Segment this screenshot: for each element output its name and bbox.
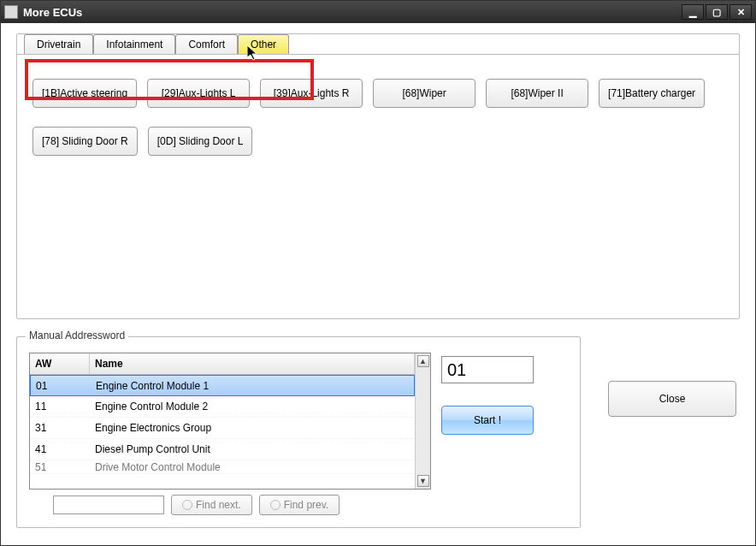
col-name[interactable]: Name — [90, 353, 415, 374]
close-window-button[interactable]: ✕ — [729, 4, 752, 20]
ecu-button[interactable]: [68]Wiper II — [486, 79, 588, 108]
tab-comfort[interactable]: Comfort — [175, 34, 238, 54]
ecu-button[interactable]: [39]Aux-Lights R — [260, 79, 363, 108]
table-row[interactable]: 01 Engine Control Module 1 — [30, 375, 415, 396]
find-prev-icon — [270, 500, 281, 510]
manual-addressword-fieldset: Manual Addressword AW Name 01 — [16, 336, 581, 528]
maximize-button[interactable]: ▢ — [706, 4, 728, 20]
scroll-up-icon[interactable]: ▲ — [417, 355, 429, 367]
tab-body: [1B]Active steering [29]Aux-Lights L [39… — [17, 54, 739, 318]
table-scrollbar[interactable]: ▲ ▼ — [415, 353, 430, 489]
ecu-button[interactable]: [29]Aux-Lights L — [147, 79, 250, 108]
titlebar: More ECUs ▁ ▢ ✕ — [1, 1, 755, 23]
find-next-button[interactable]: Find next. — [171, 495, 252, 515]
table-row[interactable]: 31 Engine Electronics Group — [30, 418, 415, 439]
ecu-row-1: [1B]Active steering [29]Aux-Lights L [39… — [32, 79, 724, 108]
tab-other[interactable]: Other — [238, 34, 289, 54]
tab-label: Infotainment — [106, 39, 162, 50]
tab-label: Comfort — [188, 39, 225, 50]
tab-infotainment[interactable]: Infotainment — [93, 34, 175, 54]
start-button[interactable]: Start ! — [441, 406, 534, 435]
tabs-row: Drivetrain Infotainment Comfort Other — [24, 34, 746, 54]
tab-drivetrain[interactable]: Drivetrain — [24, 34, 93, 54]
aw-table: AW Name 01 Engine Control Module 1 11 — [29, 353, 431, 490]
app-window: More ECUs ▁ ▢ ✕ Drivetrain Infotainment … — [0, 0, 756, 546]
ecu-button[interactable]: [1B]Active steering — [32, 79, 137, 108]
ecu-button[interactable]: [71]Battery charger — [599, 79, 705, 108]
table-row[interactable]: 11 Engine Control Module 2 — [30, 396, 415, 418]
ecu-button[interactable]: [0D] Sliding Door L — [148, 127, 253, 156]
content-area: Drivetrain Infotainment Comfort Other [1… — [1, 23, 755, 545]
ecu-row-2: [78] Sliding Door R [0D] Sliding Door L — [32, 127, 724, 156]
find-row: Find next. Find prev. — [29, 495, 431, 515]
find-next-icon — [182, 500, 192, 510]
aw-input[interactable] — [441, 356, 534, 383]
window-title: More ECUs — [23, 6, 82, 19]
col-aw[interactable]: AW — [30, 353, 90, 374]
table-header: AW Name — [30, 353, 415, 375]
tabs-panel: Drivetrain Infotainment Comfort Other [1… — [16, 33, 740, 319]
find-prev-button[interactable]: Find prev. — [259, 495, 340, 515]
tab-label: Other — [251, 39, 276, 50]
close-button[interactable]: Close — [608, 381, 736, 417]
minimize-button[interactable]: ▁ — [682, 4, 704, 20]
table-body: 01 Engine Control Module 1 11 Engine Con… — [30, 375, 415, 489]
ecu-button[interactable]: [78] Sliding Door R — [32, 127, 138, 156]
table-row[interactable]: 41 Diesel Pump Control Unit — [30, 439, 415, 460]
ecu-button[interactable]: [68]Wiper — [373, 79, 475, 108]
right-column: Start ! — [441, 353, 534, 515]
table-row[interactable]: 51 Drive Motor Control Module — [30, 460, 415, 474]
tab-label: Drivetrain — [37, 39, 80, 50]
app-icon — [4, 5, 18, 19]
find-input[interactable] — [53, 496, 164, 514]
scroll-down-icon[interactable]: ▼ — [417, 475, 429, 487]
fieldset-legend: Manual Addressword — [26, 329, 128, 341]
